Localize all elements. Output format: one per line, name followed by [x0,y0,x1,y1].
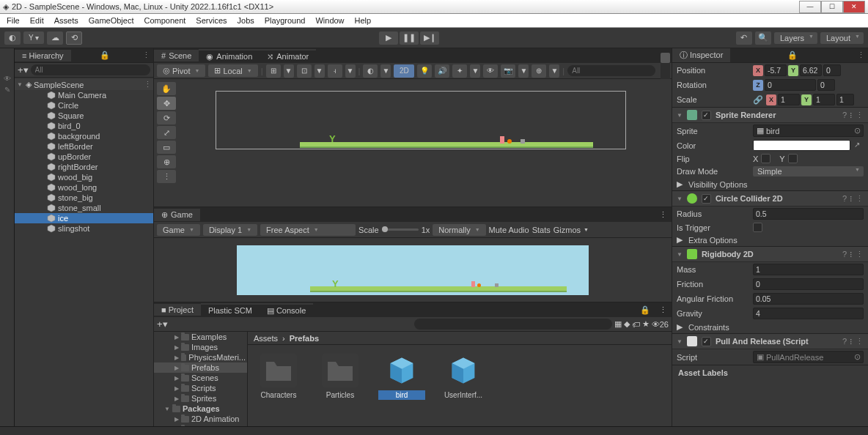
hierarchy-item-ice[interactable]: ice [15,213,153,223]
menu-window[interactable]: Window [310,15,349,26]
project-tree-prefabs[interactable]: ▶Prefabs [154,362,247,373]
hierarchy-item-wood-big[interactable]: wood_big [15,172,153,182]
menu-playground[interactable]: Playground [260,15,311,26]
inspector-tab[interactable]: ⓘ Inspector [672,48,730,62]
rotation-z[interactable] [765,79,816,91]
menu-file[interactable]: File [1,15,25,26]
layout-dropdown[interactable]: Layout [820,32,864,44]
project-tree-packages[interactable]: ▼Packages [154,404,247,414]
scale-x[interactable] [778,94,800,105]
animation-tab[interactable]: ◉ Animation [199,49,260,63]
project-tree-images[interactable]: ▶Images [154,342,247,352]
extra-foldout[interactable]: ▶Extra Options [672,234,868,246]
bread-prefabs[interactable]: Prefabs [290,334,319,343]
pivot-button[interactable]: ◎Pivot▼ [157,64,205,77]
filter-label-icon[interactable]: 🏷 [632,320,640,329]
menu-help[interactable]: Help [350,15,377,26]
menu-jobs[interactable]: Jobs [232,15,260,26]
draw-mode-icon[interactable]: ◐ [363,64,378,78]
play-mode-dropdown[interactable]: Normally▼ [433,224,485,236]
radius-field[interactable] [753,208,864,220]
scale-tool[interactable]: ⤢ [157,126,176,139]
bread-assets[interactable]: Assets [254,334,278,343]
mute-audio-toggle[interactable]: Mute Audio [489,226,529,234]
transform-tool[interactable]: ⊕ [157,155,176,168]
lock-icon[interactable]: 🔒 [97,51,113,60]
hierarchy-item-stone-big[interactable]: stone_big [15,193,153,203]
context-icon[interactable]: ⋮ [144,80,152,89]
minimize-button[interactable]: — [799,1,821,13]
scale-slider[interactable] [382,228,419,231]
hierarchy-tab[interactable]: ≡ Hierarchy [15,50,71,62]
sprite-field[interactable]: ▦ bird [753,124,864,137]
project-tree-sprites[interactable]: ▶Sprites [154,393,247,404]
local-button[interactable]: ⊞Local▼ [208,64,257,77]
layers-dropdown[interactable]: Layers [774,32,817,44]
hierarchy-search[interactable] [31,64,150,75]
menu-gameobject[interactable]: GameObject [84,15,139,26]
mass-field[interactable] [753,264,864,275]
search-icon[interactable]: 🔍 [755,31,771,45]
game-mode-dropdown[interactable]: Game▼ [157,224,200,236]
project-tree-scripts[interactable]: ▶Scripts [154,383,247,393]
hierarchy-item-circle[interactable]: Circle [15,100,153,111]
undo-history-icon[interactable]: ↶ [736,31,752,45]
snap-grid-icon[interactable]: ⫞ [328,64,342,78]
hierarchy-item-bird-0[interactable]: bird_0 [15,121,153,131]
collider-enabled-checkbox[interactable]: ✓ [702,194,711,204]
project-tree-dcommon[interactable]: ▶2D Common [154,424,247,426]
collab-dropdown[interactable]: Y ▾ [23,31,44,44]
scene-root[interactable]: ▼◈ SampleScene ⋮ [15,79,153,90]
stats-toggle[interactable]: Stats [532,226,551,234]
step-button[interactable]: ▶❙ [420,31,439,45]
draw-dd[interactable]: ▼ [380,64,391,78]
light-icon[interactable]: 💡 [417,64,432,78]
hidden-icon[interactable]: 👁 [483,64,498,78]
maximize-button[interactable]: ☐ [821,1,843,13]
aspect-dropdown[interactable]: Free Aspect▼ [260,224,356,236]
project-tab[interactable]: ■ Project [154,304,201,316]
menu-component[interactable]: Component [139,15,191,26]
hierarchy-item-main camera[interactable]: Main Camera [15,90,153,100]
move-tool[interactable]: ✥ [157,97,176,110]
plastic-tab[interactable]: Plastic SCM [201,303,260,316]
color-field[interactable] [753,140,850,151]
rigidbody-header[interactable]: ▼ Rigidbody 2D ?⫶⋮ [672,246,868,262]
animator-tab[interactable]: ⤭ Animator [260,49,316,63]
view-tool[interactable]: ✋ [157,82,176,95]
constraints-foldout[interactable]: ▶Constraints [672,321,868,333]
script-enabled-checkbox[interactable]: ✓ [702,337,711,346]
hierarchy-item-upborder[interactable]: upBorder [15,152,153,162]
fx-icon[interactable]: ✦ [452,64,467,78]
pull-release-header[interactable]: ▼ ✓ Pull And Release (Script ?⫶⋮ [672,333,868,349]
version-icon[interactable]: ⟲ [66,31,82,45]
trigger-checkbox[interactable] [753,223,762,232]
grid-snap-icon[interactable]: ⊞ [266,64,281,78]
gravity-field[interactable] [753,308,864,319]
search-scope-icon[interactable]: ▦ [614,319,622,329]
project-item-characters[interactable]: Characters [255,354,302,400]
hierarchy-item-rightborder[interactable]: rightBorder [15,162,153,172]
rect-tool[interactable]: ▭ [157,141,176,154]
tool-icon[interactable]: ✎ [1,86,13,96]
hierarchy-item-background[interactable]: background [15,131,153,141]
friction-field[interactable] [753,278,864,290]
camera-icon[interactable]: 📷 [501,64,515,78]
scale-z[interactable] [836,94,854,105]
menu-edit[interactable]: Edit [25,15,49,26]
proj-add-button[interactable]: +▾ [157,319,168,330]
comp-menu-icon[interactable]: ⋮ [856,111,864,120]
snap-dd[interactable]: ▼ [315,64,325,78]
menu-icon[interactable]: ⋮ [139,51,153,60]
eye-icon[interactable]: 👁 [1,75,13,85]
preset-icon[interactable]: ⫶ [849,111,853,120]
game-tab[interactable]: ⊕ Game [154,209,200,221]
flip-x-checkbox[interactable] [761,154,770,163]
project-item-bird[interactable]: bird [378,354,425,400]
insp-menu-icon[interactable]: ⋮ [854,51,868,60]
display-dropdown[interactable]: Display 1▼ [203,224,257,236]
circle-collider-header[interactable]: ▼ ✓ Circle Collider 2D ?⫶⋮ [672,190,868,207]
visibility-foldout[interactable]: ▶Visibility Options [672,178,868,190]
sprite-renderer-header[interactable]: ▼ ✓ Sprite Renderer ?⫶⋮ [672,107,868,123]
project-item-particles[interactable]: Particles [317,354,364,400]
